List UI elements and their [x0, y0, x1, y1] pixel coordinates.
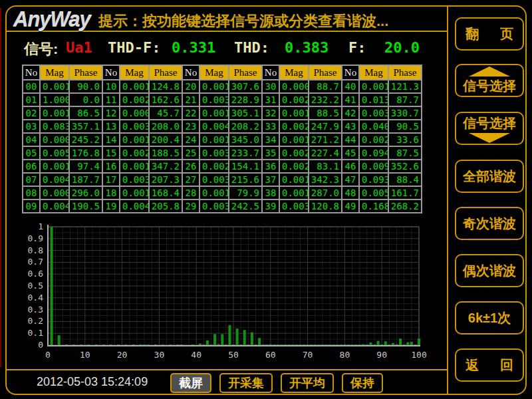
harmonic-bar [273, 344, 275, 345]
col-header-no: No [263, 66, 279, 79]
cell-phase: 33.6 [389, 134, 421, 146]
sidebar-divider [447, 6, 448, 394]
sidebar-button-page-turn[interactable]: 翻页 [455, 17, 524, 51]
harmonic-bar [347, 344, 350, 345]
col-header-phase: Phase [389, 66, 421, 79]
cell-mag: 0.013 [360, 94, 388, 106]
harmonic-bar [169, 344, 172, 345]
cell-mag: 0.003 [200, 94, 228, 106]
cell-phase: 176.8 [70, 147, 102, 159]
harmonic-bar [377, 341, 380, 345]
harmonic-bar [370, 342, 372, 345]
x-tick-label: 40 [191, 350, 201, 360]
button-label: 奇次谐波 [463, 215, 516, 233]
action-button-start-average[interactable]: 开平均 [281, 373, 334, 393]
cell-harmonic-no: 13 [103, 120, 119, 132]
cell-mag: 0.004 [120, 200, 148, 212]
harmonic-bar [384, 341, 387, 345]
y-tick-label: 0.3 [28, 305, 43, 315]
cell-mag: 0.001 [41, 107, 68, 119]
sidebar-button-all-harmonics[interactable]: 全部谐波 [455, 160, 524, 193]
sidebar-button-6k1-harmonics[interactable]: 6k±1次 [455, 301, 524, 334]
thd-label: THD: [234, 39, 269, 56]
x-tick-label: 50 [228, 350, 239, 360]
harmonic-bar [255, 344, 257, 345]
cell-harmonic-no: 40 [342, 80, 358, 92]
cell-harmonic-no: 33 [263, 120, 279, 132]
statusbar-divider [7, 369, 447, 370]
action-button-hold[interactable]: 保持 [342, 373, 383, 393]
anyway-logo: AnyWay [13, 8, 90, 32]
harmonic-bar [258, 338, 261, 345]
sidebar-button-even-harmonics[interactable]: 偶次谐波 [455, 254, 524, 287]
harmonic-bar [213, 334, 216, 345]
thdf-value: 0.331 [172, 39, 215, 56]
y-tick-label: 0.2 [28, 316, 43, 326]
cell-mag: 0.000 [41, 134, 68, 146]
sidebar-button-odd-harmonics[interactable]: 奇次谐波 [455, 207, 524, 240]
y-tick-label: 0.8 [28, 245, 43, 255]
cell-mag: 0.001 [41, 160, 68, 172]
datetime: 2012-05-03 15:24:09 [37, 375, 148, 389]
cell-mag: 0.168 [360, 200, 388, 212]
cell-harmonic-no: 16 [103, 160, 119, 172]
cell-mag: 0.083 [41, 120, 68, 132]
action-button-start-acquire[interactable]: 开采集 [219, 373, 273, 393]
cell-harmonic-no: 47 [342, 174, 358, 186]
cell-harmonic-no: 11 [103, 94, 119, 106]
cell-harmonic-no: 25 [183, 147, 199, 159]
sidebar-button-signal-select-down[interactable]: 信号选择 [455, 112, 524, 145]
cell-mag: 0.004 [41, 174, 68, 186]
sidebar-button-signal-select-up[interactable]: 信号选择 [455, 64, 524, 97]
cell-phase: 207.3 [150, 174, 182, 186]
cell-harmonic-no: 44 [342, 134, 358, 146]
cell-phase: 357.1 [70, 120, 102, 132]
cell-mag: 0.093 [360, 174, 388, 186]
cell-mag: 0.001 [200, 80, 228, 92]
harmonic-bar [206, 340, 209, 345]
signal-name[interactable]: Ua1 [66, 39, 92, 56]
harmonic-bar [225, 344, 227, 345]
sidebar-button-return[interactable]: 返回 [455, 348, 524, 382]
cell-phase: 200.4 [150, 134, 182, 146]
harmonic-bar [410, 342, 413, 345]
cell-mag: 0.005 [360, 187, 388, 199]
cell-harmonic-no: 17 [103, 174, 119, 186]
cell-mag: 0.001 [280, 174, 308, 186]
harmonic-bar [343, 344, 346, 345]
cell-mag: 0.000 [120, 107, 148, 119]
button-label: 6k±1次 [468, 309, 511, 327]
cell-phase: 352.6 [389, 160, 421, 172]
y-tick-label: 0.6 [28, 269, 43, 279]
cell-mag: 0.003 [200, 147, 228, 159]
thdf-label: THD-F: [108, 39, 160, 56]
col-header-phase: Phase [229, 66, 261, 79]
cell-phase: 342.3 [309, 174, 341, 186]
cell-harmonic-no: 20 [183, 80, 199, 92]
cell-mag: 0.004 [41, 200, 68, 212]
freq-label: F: [348, 39, 366, 56]
cell-phase: 45.7 [150, 107, 182, 119]
harmonic-bar [124, 344, 127, 345]
button-label: 翻页 [466, 25, 513, 43]
cell-phase: 88.4 [389, 174, 421, 186]
cell-phase: 187.7 [70, 174, 102, 186]
cell-phase: 120.8 [309, 200, 341, 212]
cell-mag: 0.001 [280, 107, 308, 119]
harmonic-bar [58, 335, 61, 345]
action-button-screenshot[interactable]: 截屏 [170, 373, 211, 393]
cell-mag: 0.005 [41, 147, 68, 159]
harmonic-bar [262, 344, 265, 345]
cell-phase: 305.1 [229, 107, 261, 119]
cell-phase: 245.2 [70, 134, 102, 146]
cell-phase: 215.6 [229, 174, 261, 186]
cell-mag: 0.003 [120, 120, 148, 132]
col-header-mag: Mag [120, 66, 148, 79]
cell-phase: 90.0 [70, 80, 102, 92]
col-header-mag: Mag [41, 66, 68, 79]
cell-mag: 0.001 [200, 107, 228, 119]
cell-phase: 87.5 [389, 147, 421, 159]
button-label: 偶次谐波 [463, 262, 516, 280]
y-tick-label: 1 [38, 222, 43, 231]
harmonic-bar [251, 332, 253, 345]
